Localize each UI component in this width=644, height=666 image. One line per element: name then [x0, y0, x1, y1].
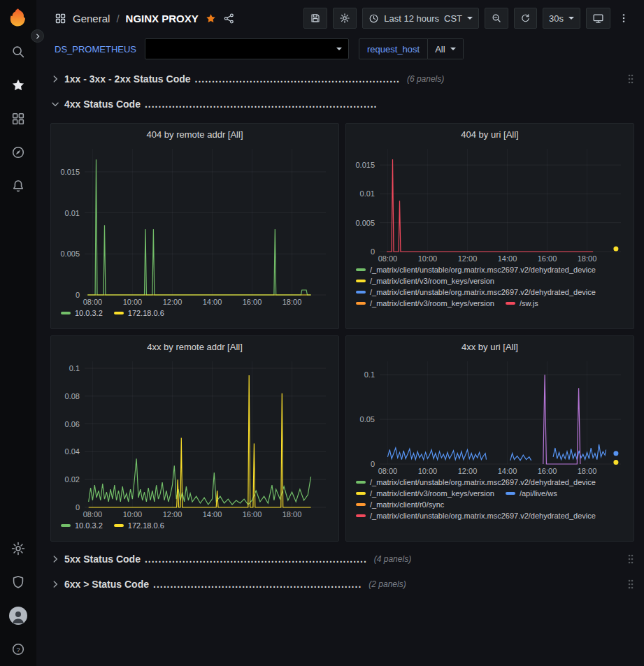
chevron-down-icon	[450, 48, 456, 50]
sidebar-expand-button[interactable]	[31, 29, 44, 43]
zoom-out-button[interactable]	[485, 8, 508, 29]
svg-text:16:00: 16:00	[243, 510, 262, 519]
variable-datasource-select[interactable]	[145, 38, 349, 59]
svg-text:16:00: 16:00	[538, 254, 557, 263]
legend-item[interactable]: /_matrix/client/r0/sync	[356, 500, 444, 509]
svg-text:0.005: 0.005	[60, 249, 80, 258]
row-6xx-status-code[interactable]: 6xx > Status Code ......................…	[50, 575, 634, 593]
sidebar-item-starred[interactable]	[0, 68, 36, 102]
svg-text:0.04: 0.04	[65, 447, 80, 456]
tv-mode-button[interactable]	[586, 8, 610, 29]
time-range-label: Last 12 hours	[384, 13, 439, 24]
sidebar-item-configuration[interactable]	[0, 532, 36, 565]
svg-text:12:00: 12:00	[163, 510, 183, 519]
legend-swatch	[506, 302, 515, 305]
legend-item[interactable]: /_matrix/client/unstable/org.matrix.msc2…	[356, 266, 596, 274]
svg-text:12:00: 12:00	[458, 467, 478, 475]
legend-item[interactable]: /sw.js	[506, 299, 538, 307]
variable-request-host-value: All	[435, 44, 445, 55]
svg-text:14:00: 14:00	[203, 298, 222, 306]
row-1xx-3xx-2xx-status-code[interactable]: 1xx - 3xx - 2xx Status Code ............…	[50, 70, 634, 88]
gear-icon	[339, 13, 350, 24]
save-dashboard-button[interactable]	[303, 8, 327, 29]
chevron-right-icon	[50, 554, 64, 564]
legend-item[interactable]: /_matrix/client/unstable/org.matrix.msc2…	[356, 512, 596, 520]
legend-item[interactable]: 10.0.3.2	[61, 521, 103, 530]
svg-text:16:00: 16:00	[243, 298, 262, 306]
panel-4xx-by-uri: 4xx by uri [All] 08:0010:0012:0014:0016:…	[345, 335, 634, 542]
legend-swatch	[356, 302, 366, 305]
svg-text:18:00: 18:00	[578, 467, 597, 475]
sidebar-item-dashboards[interactable]	[0, 102, 36, 136]
panel-chart[interactable]: 08:0010:0012:0014:0016:0018:0000.0050.01…	[352, 145, 628, 263]
svg-text:0.1: 0.1	[364, 370, 375, 379]
panel-title[interactable]: 404 by remote addr [All]	[57, 126, 333, 145]
svg-text:0: 0	[371, 460, 375, 468]
legend-item[interactable]: /_matrix/client/v3/room_keys/version	[356, 299, 494, 307]
share-icon[interactable]	[223, 13, 235, 24]
legend-label: /_matrix/client/v3/room_keys/version	[370, 277, 494, 285]
row-panel-count: (6 panels)	[407, 74, 444, 84]
panel-chart[interactable]: 08:0010:0012:0014:0016:0018:0000.0050.01…	[57, 145, 333, 307]
legend-item[interactable]: /_matrix/client/v3/room_keys/version	[356, 277, 494, 285]
panel-title[interactable]: 4xx by remote addr [All]	[57, 339, 333, 357]
panels-grid-4xx: 404 by remote addr [All] 08:0010:0012:00…	[50, 123, 634, 542]
panel-404-by-remote-addr: 404 by remote addr [All] 08:0010:0012:00…	[50, 123, 339, 329]
legend-item[interactable]: /_matrix/client/unstable/org.matrix.msc2…	[356, 478, 596, 486]
breadcrumb-separator: /	[116, 13, 119, 24]
panel-title[interactable]: 4xx by uri [All]	[352, 339, 628, 357]
grafana-logo[interactable]	[8, 7, 29, 28]
sidebar-item-profile[interactable]	[0, 599, 36, 632]
time-range-picker[interactable]: Last 12 hours CST	[362, 8, 479, 29]
row-drag-handle[interactable]	[627, 553, 634, 565]
legend-item[interactable]: /_matrix/client/unstable/org.matrix.msc2…	[356, 288, 596, 296]
sidebar-item-explore[interactable]	[0, 136, 36, 169]
row-dots: ........................................…	[145, 99, 378, 110]
dashboard-header: General / NGINX PROXY	[36, 0, 644, 36]
dashboard-settings-button[interactable]	[333, 8, 357, 29]
variable-request-host-select[interactable]: All	[428, 38, 463, 59]
kebab-menu-button[interactable]	[616, 8, 631, 29]
legend-item[interactable]: 10.0.3.2	[61, 309, 103, 317]
row-drag-handle[interactable]	[627, 579, 634, 590]
left-sidebar: ?	[0, 0, 36, 666]
legend-label: /_matrix/client/unstable/org.matrix.msc2…	[370, 478, 596, 486]
svg-text:0: 0	[371, 247, 375, 256]
svg-text:08:00: 08:00	[83, 298, 103, 306]
legend-swatch	[356, 291, 366, 294]
panel-chart[interactable]: 08:0010:0012:0014:0016:0018:0000.050.1	[352, 357, 628, 476]
panel-legend: 10.0.3.2 172.18.0.6	[57, 519, 333, 537]
legend-item[interactable]: /api/live/ws	[506, 489, 557, 498]
refresh-button[interactable]	[514, 8, 537, 29]
sidebar-item-alerting[interactable]	[0, 169, 36, 203]
legend-swatch	[61, 524, 71, 527]
row-4xx-status-code[interactable]: 4xx Status Code ........................…	[50, 95, 634, 113]
legend-label: /_matrix/client/r0/sync	[370, 500, 444, 509]
legend-item[interactable]: 172.18.0.6	[114, 309, 164, 317]
sidebar-item-search[interactable]	[0, 35, 36, 68]
row-drag-handle[interactable]	[627, 73, 634, 85]
time-range-timezone: CST	[444, 13, 462, 24]
favorite-star-icon[interactable]	[205, 13, 217, 24]
sidebar-item-server-admin[interactable]	[0, 565, 36, 599]
panel-title[interactable]: 404 by uri [All]	[352, 126, 628, 145]
legend-item[interactable]: 172.18.0.6	[114, 521, 164, 530]
dashboard-title[interactable]: NGINX PROXY	[126, 13, 199, 24]
gear-icon	[10, 541, 26, 556]
svg-text:10:00: 10:00	[123, 510, 143, 519]
row-5xx-status-code[interactable]: 5xx Status Code ........................…	[50, 550, 634, 568]
legend-swatch	[114, 312, 124, 314]
breadcrumb-section[interactable]: General	[73, 13, 110, 24]
variable-request-host-label[interactable]: request_host	[359, 38, 428, 59]
chevron-down-icon	[50, 99, 64, 109]
refresh-interval-dropdown[interactable]: 30s	[543, 8, 580, 29]
svg-text:0.05: 0.05	[360, 415, 375, 424]
svg-text:0.005: 0.005	[355, 219, 375, 227]
panel-chart[interactable]: 08:0010:0012:0014:0016:0018:0000.020.040…	[57, 357, 333, 519]
legend-item[interactable]: /_matrix/client/v3/room_keys/version	[356, 489, 494, 498]
refresh-interval-value: 30s	[549, 13, 564, 24]
sidebar-item-help[interactable]: ?	[0, 632, 36, 666]
legend-swatch	[61, 312, 71, 314]
chevron-down-icon	[467, 17, 473, 20]
alerting-bell-icon	[10, 178, 26, 194]
